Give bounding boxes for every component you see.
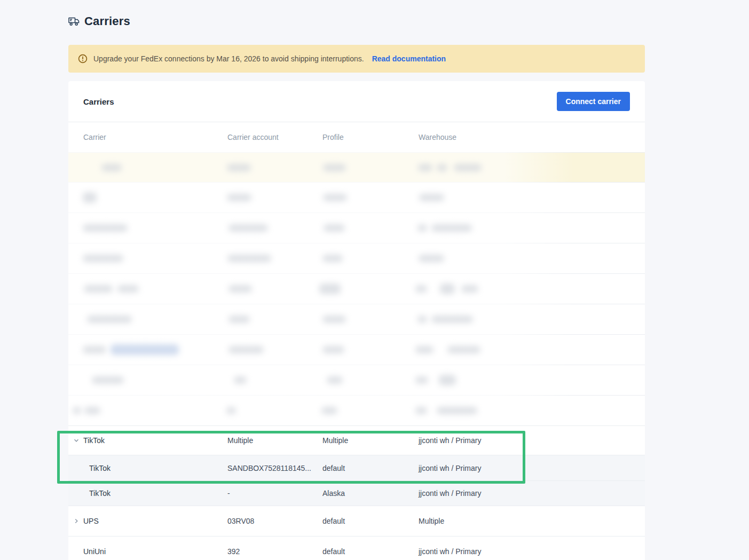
redacted-text [323, 164, 346, 171]
redacted-text [322, 346, 344, 353]
table-row-ups[interactable]: UPS 03RV08 default Multiple [68, 506, 645, 536]
redacted-text [84, 407, 100, 414]
column-header-profile: Profile [322, 133, 419, 141]
profile-cell: default [322, 547, 419, 556]
table-row-tiktok-parent[interactable]: TikTok Multiple Multiple jjconti wh / Pr… [68, 425, 645, 455]
redacted-text [415, 376, 428, 384]
redacted-text [228, 285, 252, 293]
redacted-text [323, 194, 347, 201]
redacted-text [431, 224, 472, 232]
alert-circle-icon [78, 54, 88, 64]
truck-icon [68, 17, 80, 26]
carrier-cell: TikTok [83, 489, 227, 498]
redacted-text [324, 224, 345, 232]
carrier-cell: TikTok [83, 464, 227, 472]
redacted-text [417, 316, 427, 323]
column-header-carrier: Carrier [83, 133, 227, 141]
table-row-redacted[interactable] [68, 334, 645, 365]
table-row-tiktok-alaska[interactable]: TikTok - Alaska jjconti wh / Primary [68, 480, 645, 506]
redacted-text [440, 283, 455, 294]
table-row-redacted[interactable] [68, 273, 645, 304]
redacted-text [83, 346, 106, 353]
redacted-text [418, 164, 432, 171]
warehouse-cell: jjconti wh / Primary [419, 464, 645, 472]
redacted-text [437, 164, 447, 171]
table-row-redacted[interactable] [68, 304, 645, 334]
warning-banner: Upgrade your FedEx connections by Mar 16… [68, 45, 645, 73]
carrier-cell: TikTok [83, 436, 227, 445]
column-header-warehouse: Warehouse [419, 133, 645, 141]
carrier-cell: UPS [83, 517, 227, 525]
redacted-text [228, 224, 268, 232]
redacted-text [322, 255, 343, 262]
table-header: Carrier Carrier account Profile Warehous… [68, 122, 645, 152]
table-row-redacted[interactable] [68, 395, 645, 425]
read-documentation-link[interactable]: Read documentation [372, 54, 446, 63]
carrier-cell: UniUni [83, 547, 227, 556]
redacted-text [461, 285, 478, 293]
redacted-text [327, 376, 343, 384]
redacted-text [322, 316, 346, 323]
redacted-rows-section [68, 152, 645, 425]
carriers-page: Carriers Upgrade your FedEx connections … [0, 0, 749, 560]
redacted-text-selected [111, 344, 179, 355]
redacted-text [437, 407, 477, 414]
table-row-redacted[interactable] [68, 152, 645, 182]
redacted-text [319, 283, 341, 294]
warehouse-cell: jjconti wh / Primary [419, 547, 645, 556]
profile-cell: default [322, 517, 419, 525]
redacted-text [419, 194, 444, 201]
redacted-text [83, 192, 97, 203]
page-header: Carriers [68, 14, 130, 28]
column-header-carrier-account: Carrier account [227, 133, 322, 141]
table-row-redacted[interactable] [68, 243, 645, 273]
warehouse-cell: Multiple [419, 517, 645, 525]
redacted-text [83, 255, 123, 262]
chevron-right-icon[interactable] [73, 518, 80, 524]
table-row-redacted[interactable] [68, 365, 645, 395]
card-title: Carriers [83, 97, 114, 106]
table-row-uniuni[interactable]: UniUni 392 default jjconti wh / Primary [68, 536, 645, 560]
redacted-text [417, 224, 427, 232]
redacted-text [226, 407, 236, 414]
redacted-text [227, 194, 251, 201]
redacted-text [117, 285, 139, 293]
redacted-text [87, 316, 132, 323]
warehouse-cell: jjconti wh / Primary [419, 489, 645, 498]
redacted-text [83, 224, 128, 232]
redacted-text [419, 255, 444, 262]
connect-carrier-button[interactable]: Connect carrier [557, 92, 630, 111]
banner-message: Upgrade your FedEx connections by Mar 16… [93, 54, 364, 63]
profile-cell: Multiple [322, 436, 419, 445]
redacted-text [228, 316, 250, 323]
redacted-text [227, 164, 251, 171]
redacted-text [92, 376, 124, 384]
redacted-text [321, 407, 337, 414]
redacted-text [415, 285, 427, 293]
card-header: Carriers Connect carrier [68, 81, 645, 122]
page-title: Carriers [84, 14, 130, 28]
carrier-account-cell: 392 [227, 547, 322, 556]
redacted-text [101, 164, 122, 171]
redacted-text [228, 346, 264, 353]
table-row-redacted[interactable] [68, 182, 645, 212]
redacted-text [227, 255, 271, 262]
redacted-text [415, 407, 427, 414]
redacted-text [84, 285, 113, 293]
chevron-down-icon[interactable] [73, 437, 80, 444]
carrier-account-cell: SANDBOX7528118145... [227, 464, 322, 472]
warehouse-cell: jjconti wh / Primary [419, 436, 645, 445]
profile-cell: default [322, 464, 419, 472]
redacted-text [73, 407, 81, 414]
carriers-card: Carriers Connect carrier Carrier Carrier… [68, 81, 645, 560]
table-row-redacted[interactable] [68, 212, 645, 243]
carrier-account-cell: 03RV08 [227, 517, 322, 525]
redacted-text [439, 375, 456, 385]
redacted-text [454, 164, 482, 171]
carrier-account-cell: Multiple [227, 436, 322, 445]
redacted-text [234, 376, 247, 384]
redacted-text [415, 346, 433, 353]
redacted-text [431, 316, 473, 323]
redacted-text [447, 346, 480, 353]
table-row-tiktok-sandbox[interactable]: TikTok SANDBOX7528118145... default jjco… [68, 455, 645, 480]
